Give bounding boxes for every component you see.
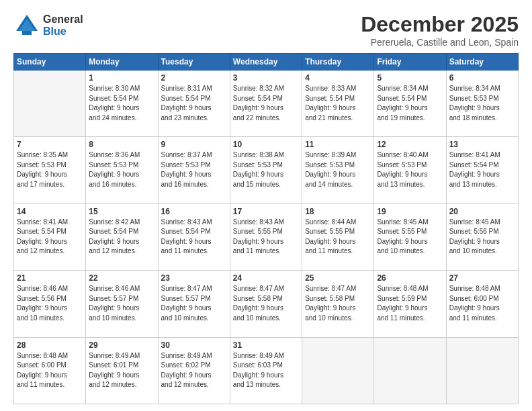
day-info: Sunrise: 8:41 AM Sunset: 5:54 PM Dayligh… <box>17 218 83 257</box>
calendar-cell: 21Sunrise: 8:46 AM Sunset: 5:56 PM Dayli… <box>14 271 86 337</box>
day-number: 15 <box>89 207 154 216</box>
header: General Blue December 2025 Pereruela, Ca… <box>13 12 519 48</box>
day-of-week-saturday: Saturday <box>446 54 518 71</box>
day-info: Sunrise: 8:47 AM Sunset: 5:58 PM Dayligh… <box>233 284 299 323</box>
calendar-cell: 9Sunrise: 8:37 AM Sunset: 5:53 PM Daylig… <box>158 137 230 203</box>
calendar-cell: 3Sunrise: 8:32 AM Sunset: 5:54 PM Daylig… <box>230 71 302 137</box>
day-info: Sunrise: 8:47 AM Sunset: 5:57 PM Dayligh… <box>161 284 227 323</box>
day-number: 22 <box>89 273 154 283</box>
calendar-cell: 30Sunrise: 8:49 AM Sunset: 6:02 PM Dayli… <box>158 337 230 404</box>
calendar-cell <box>302 337 374 404</box>
day-info: Sunrise: 8:45 AM Sunset: 5:55 PM Dayligh… <box>377 218 443 257</box>
day-info: Sunrise: 8:39 AM Sunset: 5:53 PM Dayligh… <box>305 150 371 189</box>
calendar-cell: 22Sunrise: 8:46 AM Sunset: 5:57 PM Dayli… <box>86 271 158 337</box>
day-number: 17 <box>233 207 299 216</box>
day-of-week-monday: Monday <box>86 54 158 71</box>
logo-label: General Blue <box>43 13 83 37</box>
calendar-cell: 29Sunrise: 8:49 AM Sunset: 6:01 PM Dayli… <box>86 337 158 404</box>
day-number: 30 <box>161 340 227 350</box>
day-info: Sunrise: 8:46 AM Sunset: 5:57 PM Dayligh… <box>89 284 154 323</box>
day-info: Sunrise: 8:43 AM Sunset: 5:55 PM Dayligh… <box>233 218 299 257</box>
day-number: 11 <box>305 140 371 149</box>
day-info: Sunrise: 8:40 AM Sunset: 5:53 PM Dayligh… <box>377 150 443 189</box>
calendar-cell <box>14 71 86 137</box>
day-info: Sunrise: 8:48 AM Sunset: 6:00 PM Dayligh… <box>17 351 83 390</box>
day-info: Sunrise: 8:45 AM Sunset: 5:56 PM Dayligh… <box>449 218 515 257</box>
location-subtitle: Pereruela, Castille and Leon, Spain <box>361 37 519 48</box>
calendar-cell: 19Sunrise: 8:45 AM Sunset: 5:55 PM Dayli… <box>374 203 446 270</box>
calendar-cell: 4Sunrise: 8:33 AM Sunset: 5:54 PM Daylig… <box>302 71 374 137</box>
day-number: 19 <box>377 207 443 216</box>
calendar-cell: 1Sunrise: 8:30 AM Sunset: 5:54 PM Daylig… <box>86 71 158 137</box>
day-number: 23 <box>161 273 227 283</box>
calendar-cell: 5Sunrise: 8:34 AM Sunset: 5:54 PM Daylig… <box>374 71 446 137</box>
calendar-week-4: 21Sunrise: 8:46 AM Sunset: 5:56 PM Dayli… <box>14 271 519 337</box>
day-number: 4 <box>305 73 371 83</box>
day-info: Sunrise: 8:35 AM Sunset: 5:53 PM Dayligh… <box>17 150 83 189</box>
month-title: December 2025 <box>361 12 519 37</box>
day-number: 20 <box>449 207 515 216</box>
calendar-table: SundayMondayTuesdayWednesdayThursdayFrid… <box>13 53 519 404</box>
calendar-cell: 2Sunrise: 8:31 AM Sunset: 5:54 PM Daylig… <box>158 71 230 137</box>
day-number: 5 <box>377 73 443 83</box>
calendar-body: 1Sunrise: 8:30 AM Sunset: 5:54 PM Daylig… <box>14 71 519 404</box>
calendar-cell: 8Sunrise: 8:36 AM Sunset: 5:53 PM Daylig… <box>86 137 158 203</box>
day-info: Sunrise: 8:37 AM Sunset: 5:53 PM Dayligh… <box>161 150 227 189</box>
calendar-week-5: 28Sunrise: 8:48 AM Sunset: 6:00 PM Dayli… <box>14 337 519 404</box>
header-row: SundayMondayTuesdayWednesdayThursdayFrid… <box>14 54 519 71</box>
day-number: 29 <box>89 340 154 350</box>
day-number: 25 <box>305 273 371 283</box>
day-number: 10 <box>233 140 299 149</box>
day-info: Sunrise: 8:49 AM Sunset: 6:01 PM Dayligh… <box>89 351 154 390</box>
calendar-cell: 11Sunrise: 8:39 AM Sunset: 5:53 PM Dayli… <box>302 137 374 203</box>
calendar-cell <box>374 337 446 404</box>
calendar-cell: 28Sunrise: 8:48 AM Sunset: 6:00 PM Dayli… <box>14 337 86 404</box>
calendar-cell: 14Sunrise: 8:41 AM Sunset: 5:54 PM Dayli… <box>14 203 86 270</box>
calendar-cell: 31Sunrise: 8:49 AM Sunset: 6:03 PM Dayli… <box>230 337 302 404</box>
day-info: Sunrise: 8:38 AM Sunset: 5:53 PM Dayligh… <box>233 150 299 189</box>
day-number: 24 <box>233 273 299 283</box>
calendar-cell: 15Sunrise: 8:42 AM Sunset: 5:54 PM Dayli… <box>86 203 158 270</box>
day-number: 9 <box>161 140 227 149</box>
calendar-week-1: 1Sunrise: 8:30 AM Sunset: 5:54 PM Daylig… <box>14 71 519 137</box>
calendar-week-3: 14Sunrise: 8:41 AM Sunset: 5:54 PM Dayli… <box>14 203 519 270</box>
day-number: 31 <box>233 340 299 350</box>
day-of-week-sunday: Sunday <box>14 54 86 71</box>
calendar-cell <box>446 337 518 404</box>
day-info: Sunrise: 8:47 AM Sunset: 5:58 PM Dayligh… <box>305 284 371 323</box>
day-info: Sunrise: 8:30 AM Sunset: 5:54 PM Dayligh… <box>89 84 154 123</box>
day-info: Sunrise: 8:31 AM Sunset: 5:54 PM Dayligh… <box>161 84 227 123</box>
calendar-cell: 7Sunrise: 8:35 AM Sunset: 5:53 PM Daylig… <box>14 137 86 203</box>
calendar-cell: 6Sunrise: 8:34 AM Sunset: 5:53 PM Daylig… <box>446 71 518 137</box>
calendar-cell: 13Sunrise: 8:41 AM Sunset: 5:54 PM Dayli… <box>446 137 518 203</box>
calendar-cell: 27Sunrise: 8:48 AM Sunset: 6:00 PM Dayli… <box>446 271 518 337</box>
day-number: 2 <box>161 73 227 83</box>
day-info: Sunrise: 8:44 AM Sunset: 5:55 PM Dayligh… <box>305 218 371 257</box>
svg-rect-2 <box>22 31 32 35</box>
day-number: 13 <box>449 140 515 149</box>
day-number: 8 <box>89 140 154 149</box>
calendar-week-2: 7Sunrise: 8:35 AM Sunset: 5:53 PM Daylig… <box>14 137 519 203</box>
day-of-week-tuesday: Tuesday <box>158 54 230 71</box>
day-of-week-thursday: Thursday <box>302 54 374 71</box>
day-of-week-friday: Friday <box>374 54 446 71</box>
day-info: Sunrise: 8:42 AM Sunset: 5:54 PM Dayligh… <box>89 218 154 257</box>
logo-blue-text: Blue <box>43 26 83 38</box>
title-block: December 2025 Pereruela, Castille and Le… <box>361 12 519 48</box>
logo-icon <box>13 12 40 39</box>
day-info: Sunrise: 8:48 AM Sunset: 6:00 PM Dayligh… <box>449 284 515 323</box>
page: General Blue December 2025 Pereruela, Ca… <box>0 0 532 411</box>
calendar-header: SundayMondayTuesdayWednesdayThursdayFrid… <box>14 54 519 71</box>
logo-general-text: General <box>43 13 83 26</box>
day-info: Sunrise: 8:34 AM Sunset: 5:54 PM Dayligh… <box>377 84 443 123</box>
calendar-cell: 25Sunrise: 8:47 AM Sunset: 5:58 PM Dayli… <box>302 271 374 337</box>
day-number: 18 <box>305 207 371 216</box>
day-number: 14 <box>17 207 83 216</box>
day-info: Sunrise: 8:33 AM Sunset: 5:54 PM Dayligh… <box>305 84 371 123</box>
day-info: Sunrise: 8:49 AM Sunset: 6:03 PM Dayligh… <box>233 351 299 390</box>
calendar-cell: 20Sunrise: 8:45 AM Sunset: 5:56 PM Dayli… <box>446 203 518 270</box>
calendar-cell: 24Sunrise: 8:47 AM Sunset: 5:58 PM Dayli… <box>230 271 302 337</box>
day-info: Sunrise: 8:46 AM Sunset: 5:56 PM Dayligh… <box>17 284 83 323</box>
day-number: 27 <box>449 273 515 283</box>
day-number: 28 <box>17 340 83 350</box>
